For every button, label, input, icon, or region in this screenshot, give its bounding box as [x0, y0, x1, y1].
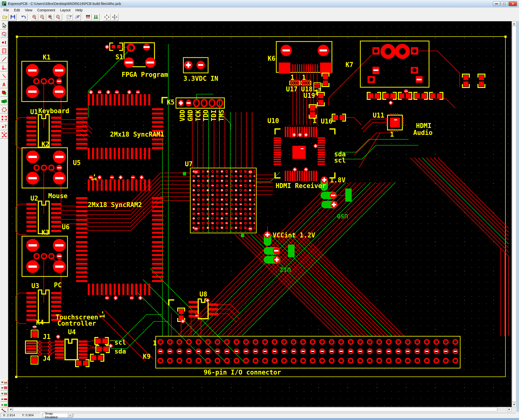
menu-view[interactable]: View: [22, 8, 35, 13]
open-button[interactable]: [1, 14, 9, 21]
place-rectangle-tool[interactable]: [0, 89, 8, 97]
minimize-button[interactable]: [493, 1, 500, 6]
show-bottom-layer-button[interactable]: [92, 14, 100, 21]
snap-dropdown[interactable]: Snap: Disabled: [43, 413, 72, 418]
label-syncram1: 2Mx18 SyncRAM1: [110, 131, 164, 138]
group-select-tool[interactable]: [0, 114, 8, 122]
component-info-tool[interactable]: ?: [0, 123, 8, 130]
horizontal-scrollbar[interactable]: [8, 407, 512, 412]
menu-file[interactable]: File: [1, 8, 12, 13]
ic-u4[interactable]: [55, 339, 87, 360]
cursor-x: X: 2.914: [3, 413, 15, 417]
ic-u10-qfp[interactable]: [274, 127, 335, 181]
label-gnd: GND: [187, 110, 194, 121]
label-k4: K4: [36, 319, 44, 326]
options-button[interactable]: [65, 14, 73, 21]
highlight-net-tool[interactable]: [0, 131, 8, 139]
connector-k1[interactable]: [22, 61, 67, 102]
toggle-top-hatch[interactable]: [0, 385, 8, 390]
label-u16: U16: [321, 118, 332, 125]
place-component-tool[interactable]: [0, 47, 8, 55]
pin1-ram1: 1-: [90, 173, 98, 181]
vertical-scroll-thumb[interactable]: [512, 26, 516, 402]
passive-scl[interactable]: [95, 337, 108, 344]
tool-palette: A ?: [0, 21, 8, 412]
connector-j1[interactable]: [25, 341, 51, 356]
text-icon: A: [1, 82, 7, 87]
connector-k2[interactable]: [22, 148, 67, 188]
toggle-power-plane[interactable]: [0, 402, 8, 407]
snap-dropdown-button[interactable]: [68, 413, 72, 417]
connector-fpga-program[interactable]: [124, 43, 155, 68]
connector-k3[interactable]: [22, 236, 67, 276]
save-button[interactable]: [9, 14, 17, 21]
horizontal-scroll-thumb[interactable]: [13, 407, 497, 411]
title-bar[interactable]: ExpressPCB - C:\Users\Xilinx\Desktop\65O…: [0, 0, 519, 7]
zoom-previous-button[interactable]: P: [54, 14, 62, 21]
scroll-up-button[interactable]: [512, 21, 516, 26]
zoom-out-button[interactable]: [39, 14, 46, 21]
svg-text:A: A: [2, 82, 5, 87]
vertical-scrollbar[interactable]: [512, 21, 517, 407]
pin1-u17: 1: [290, 74, 294, 81]
show-top-layer-button[interactable]: [84, 14, 92, 21]
ic-u7-bga[interactable]: [183, 168, 256, 237]
label-vdd: VDD: [179, 110, 186, 121]
menu-component[interactable]: Component: [35, 8, 58, 13]
pin1-u18: 1: [302, 74, 306, 81]
connector-k6[interactable]: [276, 42, 332, 74]
zoom-board-button[interactable]: [46, 14, 54, 21]
label-scl-bottom: scl: [114, 339, 126, 346]
label-u8: U8: [199, 291, 207, 298]
connector-k9-96pin[interactable]: [156, 336, 460, 368]
label-u19: U19: [303, 92, 315, 99]
edit-component-button[interactable]: [73, 14, 81, 21]
zoom-in-button[interactable]: [31, 14, 38, 21]
passive-sda[interactable]: [96, 346, 109, 353]
undo-button[interactable]: [20, 14, 27, 21]
label-tms: TMS: [218, 110, 225, 121]
ic-syncram2[interactable]: [76, 175, 163, 300]
scroll-down-button[interactable]: [512, 402, 516, 407]
connector-power-in[interactable]: [183, 58, 208, 73]
zoom-select-tool[interactable]: [0, 30, 8, 38]
place-circle-tool[interactable]: [0, 106, 8, 113]
menu-edit[interactable]: Edit: [12, 8, 22, 13]
ic-u8[interactable]: [169, 298, 218, 323]
pcb-canvas[interactable]: K1 Keyboard U1 K2 Mouse U2 K3 U3 PC K4 J…: [8, 21, 512, 407]
scroll-left-button[interactable]: [8, 407, 13, 412]
close-button[interactable]: ✕: [509, 1, 517, 6]
place-plane-tool[interactable]: [0, 97, 8, 105]
passive-c1[interactable]: [90, 354, 104, 361]
label-tdo: TDO: [202, 110, 210, 121]
pan-auto-icon: A: [112, 14, 117, 20]
trace-icon: [1, 56, 7, 62]
place-pad-tool[interactable]: [0, 39, 8, 46]
ic-syncram1[interactable]: [76, 90, 163, 159]
corner-icon: [1, 65, 7, 71]
menu-layout[interactable]: Layout: [58, 8, 73, 13]
passive-c2[interactable]: [76, 360, 89, 367]
select-tool[interactable]: [0, 22, 8, 29]
toggle-top-copper[interactable]: [0, 397, 8, 402]
toggle-silkscreen[interactable]: [0, 379, 8, 385]
pan-button[interactable]: [103, 14, 110, 21]
show-top-layer-icon: [85, 15, 91, 20]
passive-cluster-right[interactable]: [367, 74, 485, 105]
app-icon: [2, 1, 6, 6]
circle-icon: [1, 107, 7, 113]
label-u10: U10: [267, 117, 279, 125]
pan-auto-button[interactable]: A: [111, 14, 118, 21]
place-corner-tool[interactable]: [0, 64, 8, 71]
menu-help[interactable]: Help: [73, 8, 85, 13]
restore-button[interactable]: [501, 1, 508, 6]
place-segment-tool[interactable]: [0, 72, 8, 80]
place-text-tool[interactable]: A: [0, 81, 8, 88]
label-tck: TCK: [195, 110, 202, 121]
place-trace-tool[interactable]: [0, 55, 8, 63]
connector-k7[interactable]: [360, 41, 429, 87]
component-info-icon: ?: [1, 124, 7, 129]
ic-u11[interactable]: [386, 113, 404, 132]
scroll-right-button[interactable]: [507, 407, 512, 412]
toggle-bottom-copper[interactable]: [0, 391, 8, 396]
